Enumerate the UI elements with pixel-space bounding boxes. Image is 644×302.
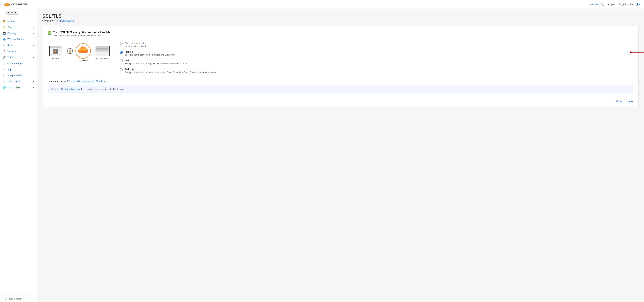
- option-off: Off (not secure) ℹ No encryption applied: [120, 42, 633, 47]
- status-description: This setting was last changed a few seco…: [53, 34, 110, 37]
- page-subtitle-area: Overview 📋 Documentation: [42, 20, 639, 22]
- sidebar-item-zaraz[interactable]: ≡ Zaraz Beta ▾: [0, 78, 37, 84]
- option-full-desc: Encrypts end-to-end, using a self signed…: [125, 62, 633, 65]
- rules-icon: ⚙: [3, 44, 6, 47]
- sidebar-item-label: Rules: [8, 44, 14, 47]
- option-flexible-desc: Encrypts traffic between the browser and…: [125, 54, 633, 56]
- sidebar-item-network[interactable]: 📍 Network 2: [0, 48, 37, 54]
- svg-rect-22: [78, 50, 88, 53]
- caching-icon: 💾: [3, 32, 6, 34]
- option-off-desc: No encryption applied: [125, 45, 633, 47]
- cloudflare-logo: CLOUDFLARE: [4, 2, 28, 6]
- sidebar-item-speed[interactable]: ⚡ Speed ▾: [0, 24, 37, 30]
- sidebar-item-rules[interactable]: ⚙ Rules ▾: [0, 42, 37, 48]
- sidebar-item-label: Web3: [8, 86, 14, 89]
- sidebar-item-workers-routes[interactable]: 🔷 Workers Routes: [0, 36, 37, 42]
- web3-arrow-icon: ▾: [33, 87, 34, 88]
- language-dropdown[interactable]: English (US) ▾: [619, 3, 633, 6]
- topnav-right: + Add site 🔍 Support ▾ English (US) ▾ 👤 …: [588, 3, 640, 6]
- svg-text:📦: 📦: [54, 50, 57, 53]
- sidebar-item-label: Scrape Shield: [8, 74, 22, 77]
- collapse-icon: ‹: [3, 298, 3, 300]
- svg-rect-8: [50, 46, 62, 48]
- support-dropdown[interactable]: Support ▾: [607, 3, 616, 6]
- ssl-diagram-svg: 📦 Browser 🔒: [48, 42, 112, 64]
- sidebar-item-label: Access: [8, 20, 15, 22]
- network-icon: 📍: [3, 50, 6, 53]
- sidebar-item-label: Speed: [8, 26, 14, 28]
- option-full-label: Full: [125, 59, 129, 62]
- sidebar-item-label: Custom Pages: [8, 62, 23, 65]
- support-arrow-icon: ▾: [616, 3, 616, 5]
- top-navigation: CLOUDFLARE + Add site 🔍 Support ▾ Englis…: [0, 0, 644, 9]
- search-icon[interactable]: 🔍: [601, 3, 604, 6]
- site-back-area: ← test.com: [3, 11, 18, 14]
- option-flexible-label: Flexible: [125, 50, 134, 53]
- documentation-badge[interactable]: 📋 Documentation: [55, 20, 76, 22]
- learn-more-link[interactable]: End-to-end encryption with Cloudflare: [67, 80, 106, 82]
- zaraz-icon: ≡: [3, 80, 6, 83]
- option-flexible-radio[interactable]: [120, 51, 123, 54]
- site-badge[interactable]: test.com: [6, 11, 18, 14]
- page-subtitle-text: Overview: [42, 20, 54, 22]
- sidebar-item-scrape-shield[interactable]: 🛡 Scrape Shield: [0, 72, 37, 78]
- sidebar-item-caching[interactable]: 💾 Caching ▾: [0, 30, 37, 36]
- collapse-sidebar-button[interactable]: ‹ Collapse sidebar: [0, 295, 37, 302]
- config-rule-link[interactable]: Configuration Rule: [61, 88, 80, 90]
- back-button[interactable]: ←: [3, 12, 5, 14]
- sidebar-item-apps[interactable]: 🖥 Apps: [0, 66, 37, 72]
- traffic-icon: 🔗: [3, 56, 6, 59]
- zaraz-arrow-icon: ▾: [33, 81, 34, 82]
- config-rule-text-after: to customize these settings by hostname.: [81, 88, 124, 90]
- rules-arrow-icon: ▾: [33, 44, 34, 46]
- help-link[interactable]: Help ▶: [626, 100, 633, 102]
- user-icon: 👤: [636, 3, 639, 6]
- sidebar: ← test.com › 🔐 Access ⚡ Speed ▾: [0, 9, 37, 302]
- ssl-card: ✅ Your SSL/TLS encryption mode is Flexib…: [42, 26, 639, 108]
- speed-arrow-icon: ▾: [33, 26, 34, 28]
- language-arrow-icon: ▾: [632, 3, 633, 5]
- svg-text:Browser: Browser: [52, 58, 60, 60]
- ssl-section: 📦 Browser 🔒: [48, 42, 633, 76]
- config-rule-text-before: Create a: [51, 88, 61, 90]
- status-banner: ✅ Your SSL/TLS encryption mode is Flexib…: [48, 31, 633, 37]
- sidebar-item-custom-pages[interactable]: 📄 Custom Pages: [0, 60, 37, 66]
- web3-icon: 🌐: [3, 86, 6, 89]
- option-off-radio[interactable]: [120, 42, 123, 45]
- option-off-label: Off (not secure): [125, 42, 142, 44]
- svg-rect-25: [95, 46, 110, 56]
- option-full: Full Encrypts end-to-end, using a self s…: [120, 59, 633, 65]
- access-icon: 🔐: [3, 20, 6, 22]
- sidebar-nav: 🔐 Access ⚡ Speed ▾ 💾 Caching ▾: [0, 17, 37, 295]
- sidebar-item-label: Traffic: [8, 56, 14, 59]
- api-link[interactable]: API ▶: [616, 100, 622, 102]
- info-icon-off[interactable]: ℹ: [143, 42, 144, 44]
- svg-text:🔒: 🔒: [69, 50, 72, 53]
- sidebar-item-access[interactable]: 🔐 Access: [0, 18, 37, 24]
- doc-label: Documentation: [60, 20, 74, 22]
- add-site-button[interactable]: + Add site: [588, 3, 598, 6]
- option-full-strict-desc: Encrypts end-to-end, but requires a trus…: [125, 71, 633, 74]
- option-full-radio[interactable]: [120, 60, 123, 62]
- traffic-arrow-icon: ▾: [33, 56, 34, 58]
- sidebar-item-label: Workers Routes: [8, 38, 24, 40]
- language-label: English (US): [619, 3, 632, 6]
- apps-icon: 🖥: [3, 68, 6, 71]
- status-title: Your SSL/TLS encryption mode is Flexible: [53, 31, 110, 34]
- user-menu[interactable]: 👤 ▾: [636, 3, 640, 6]
- ssl-diagram: 📦 Browser 🔒: [48, 42, 112, 64]
- option-full-strict: Full (strict) Encrypts end-to-end, but r…: [120, 68, 633, 74]
- sidebar-item-traffic[interactable]: 🔗 Traffic ▾: [0, 54, 37, 60]
- status-check-icon: ✅: [48, 31, 52, 35]
- config-rule-box: Create a Configuration Rule to customize…: [48, 85, 633, 93]
- option-full-strict-radio[interactable]: [120, 68, 123, 71]
- status-text: Your SSL/TLS encryption mode is Flexible…: [53, 31, 110, 37]
- learn-more-text-after: .: [107, 80, 108, 82]
- sidebar-item-label: Zaraz: [8, 80, 14, 83]
- topnav-left: CLOUDFLARE: [4, 2, 28, 6]
- collapse-label: Collapse sidebar: [5, 298, 21, 300]
- sidebar-site-header: ← test.com ›: [0, 9, 37, 17]
- sidebar-item-web3[interactable]: 🌐 Web3 Live ▾: [0, 84, 37, 90]
- annotation-arrow-1: 1: [632, 50, 644, 54]
- custom-pages-icon: 📄: [3, 62, 6, 65]
